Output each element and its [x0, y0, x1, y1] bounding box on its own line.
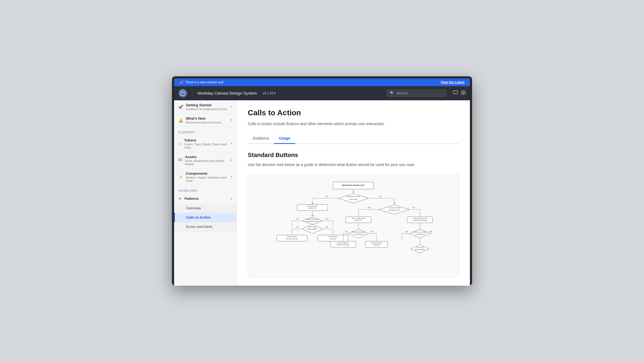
section-description: Use the decision tree below as a guide t… — [248, 162, 459, 168]
sidebar-item-patterns: ✦ Patterns ▴ Overview Calls to Action Er… — [174, 194, 237, 232]
page-content: Calls to Action Calls to Action include … — [237, 100, 470, 286]
svg-text:primary CTA.: primary CTA. — [355, 220, 362, 221]
components-title: Components — [186, 171, 231, 176]
main-content: Calls to Action Calls to Action include … — [237, 100, 470, 286]
assets-title: Assets — [185, 155, 231, 159]
sidebar-item-getting-started[interactable]: 🚀 Getting Started Guidance for beginners… — [174, 100, 237, 114]
svg-text:emphasizes!: emphasizes! — [373, 244, 380, 246]
svg-marker-11 — [352, 192, 354, 193]
svg-rect-2 — [461, 91, 463, 92]
assets-icon — [178, 158, 182, 162]
svg-text:Very little emphasis...: Very little emphasis... — [337, 242, 350, 244]
svg-text:Do you need an icon: Do you need an icon — [306, 218, 319, 220]
svg-text:Yes: Yes — [368, 207, 371, 209]
sidebar: 🚀 Getting Started Guidance for beginners… — [174, 100, 237, 286]
header-icons — [453, 90, 466, 96]
svg-point-0 — [180, 91, 185, 96]
elements-section-label: ELEMENTS — [174, 127, 237, 135]
svg-text:What Button Should I Use?: What Button Should I Use? — [342, 184, 365, 186]
patterns-title: Patterns — [184, 197, 199, 201]
decision-tree-svg: What Button Should I Use? Is the Button … — [272, 180, 435, 272]
whats-new-subtitle: Announcements and more — [186, 121, 231, 124]
svg-text:to reinforce the action?: to reinforce the action? — [306, 221, 319, 222]
chat-icon[interactable] — [453, 90, 458, 96]
getting-started-subtitle: Guidance for beginners to pros — [186, 107, 231, 111]
sidebar-item-tokens[interactable]: ◇ Tokens Colors, Type, Depth, Space and … — [174, 135, 237, 152]
sidebar-sub-item-overview[interactable]: Overview — [174, 204, 237, 213]
chevron-down-icon: ▾ — [231, 158, 232, 162]
header-title: Workday Canvas Design System — [197, 91, 257, 95]
banner-icon: 🎉 — [180, 80, 184, 84]
chevron-down-icon: ▾ — [231, 105, 232, 108]
sidebar-sub-item-errors-alerts[interactable]: Errors and Alerts — [174, 222, 237, 231]
svg-text:Is the action relevant: Is the action relevant — [388, 207, 401, 209]
svg-rect-6 — [179, 158, 182, 161]
svg-text:Do you have: Do you have — [309, 226, 316, 228]
svg-text:Action is related to the: Action is related to the — [413, 218, 427, 219]
guidelines-section-label: GUIDELINES — [174, 185, 237, 194]
search-bar[interactable]: 🔍 Search — [386, 89, 446, 97]
svg-text:requirements of the page: requirements of the page — [413, 220, 427, 221]
svg-text:No: No — [296, 226, 299, 228]
svg-text:Action is related to the: Action is related to the — [352, 218, 365, 219]
svg-marker-18 — [311, 203, 314, 204]
chevron-down-icon: ▾ — [231, 118, 232, 122]
patterns-header[interactable]: ✦ Patterns ▴ — [174, 194, 237, 204]
svg-text:Yes: Yes — [370, 231, 373, 233]
section-title: Standard Buttons — [248, 152, 459, 159]
grid-icon[interactable] — [461, 90, 466, 96]
search-icon: 🔍 — [390, 91, 394, 95]
svg-text:This action is the: This action is the — [307, 205, 318, 207]
svg-text:needed for this action: needed for this action — [337, 244, 350, 246]
patterns-sub-items: Overview Calls to Action Errors and Aler… — [174, 204, 237, 231]
svg-text:this action: this action — [330, 238, 336, 240]
header: Workday Canvas Design System v9.1.33 ▾ 🔍… — [174, 86, 470, 100]
svg-text:Does this action require: Does this action require — [351, 231, 365, 233]
chevron-down-icon: ▾ — [231, 142, 232, 145]
svg-rect-3 — [464, 91, 465, 92]
svg-text:a lot of emphasis?: a lot of emphasis? — [353, 234, 364, 235]
svg-text:Yes: Yes — [325, 226, 328, 228]
svg-text:call to action?: call to action? — [349, 198, 358, 200]
logo — [178, 89, 187, 98]
sidebar-item-assets[interactable]: Assets Icons, Illustrations and Brand As… — [174, 152, 237, 169]
svg-text:a lot of emphasis?: a lot of emphasis? — [415, 234, 425, 235]
sidebar-sub-item-calls-to-action[interactable]: Calls to Action — [174, 213, 237, 222]
sidebar-item-components[interactable]: ⚡ Components Buttons, Inputs, Indicators… — [174, 169, 237, 185]
svg-text:Yes: Yes — [429, 231, 432, 233]
tab-usage[interactable]: Usage — [274, 133, 295, 144]
svg-text:This action situation: This action situation — [371, 242, 382, 244]
view-latest-link[interactable]: View the Latest — [441, 80, 464, 84]
getting-started-title: Getting Started — [186, 103, 231, 107]
chevron-up-icon: ▴ — [231, 197, 232, 200]
svg-text:This action does not...: This action does not... — [285, 238, 299, 240]
tokens-subtitle: Colors, Type, Depth, Space and more — [184, 143, 231, 149]
components-icon: ⚡ — [178, 175, 183, 179]
layout: 🚀 Getting Started Guidance for beginners… — [174, 100, 470, 286]
svg-marker-22 — [393, 203, 395, 204]
chevron-down-icon: ▾ — [274, 91, 276, 95]
tokens-title: Tokens — [184, 138, 231, 142]
svg-text:Is the Button the main: Is the Button the main — [346, 196, 360, 197]
svg-text:primary CTA.: primary CTA. — [308, 207, 317, 209]
page-description: Calls to Action include Buttons and othe… — [248, 121, 459, 127]
whats-new-icon: 🔔 — [178, 118, 183, 122]
chevron-down-icon: ▾ — [231, 175, 232, 179]
decision-tree-diagram: What Button Should I Use? Is the Button … — [248, 174, 459, 278]
svg-text:No: No — [345, 231, 348, 233]
svg-text:Does this action require: Does this action require — [413, 231, 427, 233]
page-title: Calls to Action — [248, 108, 459, 117]
search-placeholder: Search — [396, 91, 408, 95]
tab-guidance[interactable]: Guidance — [248, 133, 274, 144]
banner-text-content: There's a new version out! — [185, 80, 223, 84]
svg-text:Space is limited.: Space is limited. — [287, 236, 297, 237]
svg-text:to the primary CTA?: to the primary CTA? — [388, 210, 400, 211]
version-selector[interactable]: v9.1.33 ▾ — [263, 91, 276, 95]
assets-subtitle: Icons, Illustrations and Brand Assets — [185, 159, 231, 166]
svg-rect-1 — [453, 91, 458, 94]
screen: 🎉 There's a new version out! View the La… — [174, 79, 470, 286]
svg-text:No: No — [379, 195, 382, 197]
svg-rect-5 — [464, 93, 465, 95]
sidebar-item-whats-new[interactable]: 🔔 What's New Announcements and more ▾ — [174, 114, 237, 127]
monitor: 🎉 There's a new version out! View the La… — [172, 76, 472, 286]
